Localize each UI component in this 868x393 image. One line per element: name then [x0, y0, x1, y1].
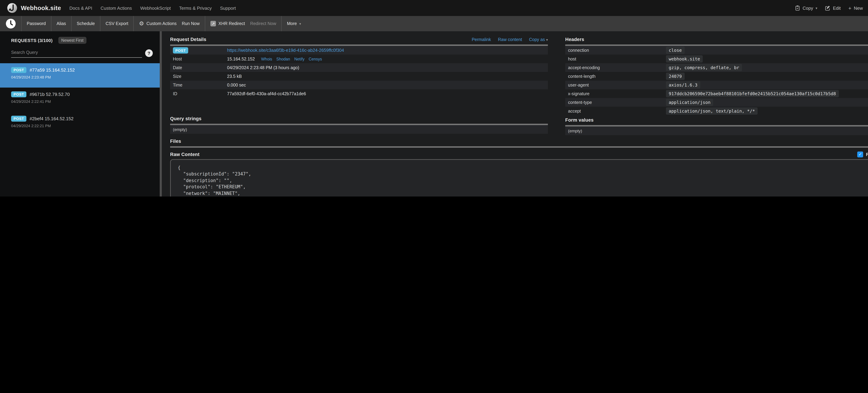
request-item-line: POST #77a59 15.164.52.152 [11, 67, 160, 73]
copy-menu-button[interactable]: Copy ▾ [795, 5, 817, 11]
new-label: New [854, 5, 863, 10]
header-key: x-signature [565, 91, 666, 96]
row-key: ID [170, 91, 227, 96]
search-row: ? [0, 44, 160, 58]
raw-content-section: Raw Content ✓ Format JSON Word-Wrap Copy [170, 151, 868, 196]
request-item-date: 04/29/2024 2:22:41 PM [11, 99, 160, 103]
nav-link-webhookscript[interactable]: WebhookScript [140, 5, 171, 10]
request-item-line: POST #2bef4 15.164.52.152 [11, 116, 160, 121]
censys-link[interactable]: Censys [309, 57, 322, 61]
table-row: Host 15.164.52.152 Whois Shodan Netify C… [170, 55, 548, 63]
method-cell: POST [170, 48, 227, 53]
clock-icon[interactable] [5, 19, 16, 29]
section-divider [170, 124, 548, 125]
row-value: 04/29/2024 2:23:48 PM (3 hours ago) [227, 65, 299, 70]
search-input[interactable] [11, 49, 142, 58]
copy-menu-label: Copy [803, 5, 813, 10]
request-item-label: #77a59 15.164.52.152 [30, 67, 75, 73]
headers-title: Headers [565, 37, 584, 42]
table-row: content-type application/json [565, 98, 868, 107]
navbar-actions: Copy ▾ Edit + New Login [795, 2, 868, 13]
brand[interactable]: Webhook.site [7, 3, 61, 13]
section-divider [565, 45, 868, 46]
section-divider [170, 45, 548, 46]
table-row: Date 04/29/2024 2:23:48 PM (3 hours ago) [170, 63, 548, 72]
toolbar-alias-button[interactable]: Alias [57, 21, 66, 26]
request-list-item[interactable]: POST #2bef4 15.164.52.152 04/29/2024 2:2… [0, 112, 160, 136]
copy-as-link[interactable]: Copy as ▾ [529, 37, 548, 42]
request-details-header: Request Details Permalink Raw content Co… [170, 37, 548, 43]
netify-link[interactable]: Netify [294, 57, 305, 61]
row-key: Time [170, 83, 227, 87]
request-list-item[interactable]: POST #77a59 15.164.52.152 04/29/2024 2:2… [0, 63, 160, 88]
content-row: REQUESTS (3/100) Newest First ? POST #77… [0, 31, 868, 196]
header-key: host [565, 56, 666, 61]
toolbar-separator [71, 16, 71, 31]
raw-content-box[interactable]: { "subscriptionId": "2347", "description… [170, 159, 868, 196]
edit-button[interactable]: Edit [825, 5, 841, 11]
clipboard-icon [795, 5, 800, 11]
request-item-line: POST #9671b 52.79.52.70 [11, 91, 160, 97]
sort-newest-first-button[interactable]: Newest First [58, 37, 87, 44]
form-values-empty: (empty) [565, 127, 868, 135]
toolbar-password-button[interactable]: Password [27, 21, 46, 26]
header-value: webhook.site [666, 55, 703, 62]
nav-link-terms-privacy[interactable]: Terms & Privacy [179, 5, 212, 10]
whois-link[interactable]: Whois [261, 57, 272, 61]
chevron-down-icon: ▾ [815, 6, 817, 10]
toolbar-run-now-button[interactable]: Run Now [182, 21, 199, 26]
raw-content-controls: ✓ Format JSON Word-Wrap Copy [857, 151, 868, 157]
header-value: 24079 [666, 73, 684, 80]
raw-content-link[interactable]: Raw content [498, 37, 522, 42]
header-value: application/json, text/plain, */* [666, 107, 758, 115]
form-values-section: Form values (empty) [565, 117, 868, 135]
toolbar-custom-actions-button[interactable]: ⚙ Custom Actions [139, 21, 177, 26]
sidebar-scrollbar[interactable] [160, 31, 162, 196]
request-details-table: POST https://webhook.site/c3aa6f3b-e19d-… [170, 46, 548, 98]
toolbar-xhr-redirect-button[interactable]: ↗ XHR Redirect [210, 21, 245, 26]
table-row: x-signature 917ddcb206590e72baeb4f88101b… [565, 89, 868, 98]
method-badge: POST [173, 47, 188, 53]
toolbar-separator [133, 16, 134, 31]
header-value: axios/1.6.3 [666, 81, 700, 89]
new-url-button[interactable]: + New [848, 5, 863, 11]
format-json-checkbox[interactable]: ✓ [857, 151, 863, 157]
nav-link-docs-api[interactable]: Docs & API [69, 5, 92, 10]
shodan-link[interactable]: Shodan [276, 57, 290, 61]
table-row: Time 0.000 sec [170, 81, 548, 89]
row-key: Date [170, 65, 227, 70]
header-key: content-type [565, 100, 666, 105]
toolbar-csv-export-button[interactable]: CSV Export [105, 21, 128, 26]
plus-icon: + [848, 5, 851, 11]
raw-content-title: Raw Content [170, 152, 199, 157]
header-key: user-agent [565, 83, 666, 87]
header-key: content-length [565, 74, 666, 79]
request-list-item[interactable]: POST #9671b 52.79.52.70 04/29/2024 2:22:… [0, 88, 160, 112]
request-item-date: 04/29/2024 2:22:21 PM [11, 123, 160, 128]
table-row: connection close [565, 46, 868, 55]
nav-link-custom-actions[interactable]: Custom Actions [100, 5, 132, 10]
table-row: ID 77a592df-6ef0-430a-af4d-cc42b77a1de6 [170, 89, 548, 98]
toolbar-separator [205, 16, 205, 31]
format-json-toggle[interactable]: ✓ Format JSON [857, 151, 868, 157]
custom-actions-label: Custom Actions [147, 21, 177, 26]
header-key: accept-encoding [565, 65, 666, 70]
toolbar-redirect-now-button[interactable]: Redirect Now [250, 21, 276, 26]
sidebar-header: REQUESTS (3/100) Newest First [0, 37, 160, 44]
toolbar-schedule-button[interactable]: Schedule [77, 21, 95, 26]
table-row: content-length 24079 [565, 72, 868, 81]
nav-link-support[interactable]: Support [220, 5, 236, 10]
left-column: Request Details Permalink Raw content Co… [170, 37, 548, 135]
edit-label: Edit [833, 5, 841, 10]
request-item-label: #9671b 52.79.52.70 [30, 92, 70, 97]
toolbar-more-button[interactable]: More ▾ [287, 21, 301, 26]
header-key: connection [565, 48, 666, 53]
search-help-icon[interactable]: ? [145, 49, 153, 57]
method-badge: POST [11, 116, 26, 121]
form-values-title: Form values [565, 117, 593, 123]
permalink-link[interactable]: Permalink [472, 37, 491, 42]
main-panel: Request Details Permalink Raw content Co… [162, 31, 868, 196]
format-json-label: Format JSON [866, 152, 868, 157]
request-url-link[interactable]: https://webhook.site/c3aa6f3b-e19d-416c-… [227, 48, 344, 53]
toolbar-separator [21, 16, 22, 31]
